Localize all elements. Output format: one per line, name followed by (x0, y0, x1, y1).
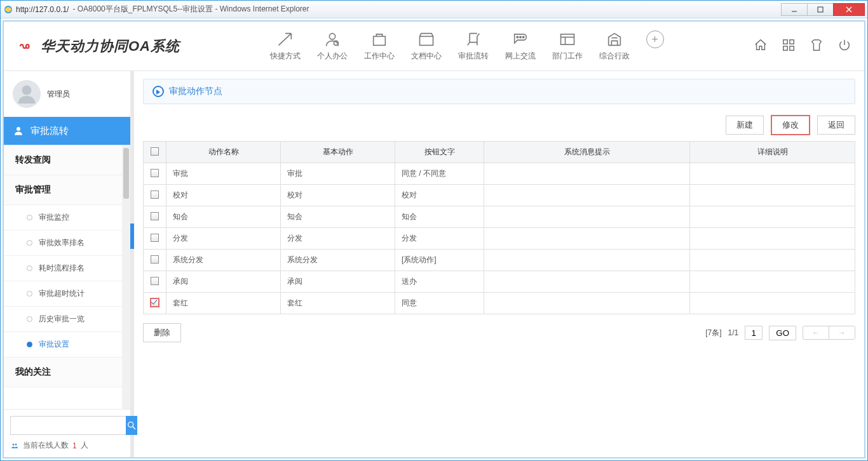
topnav-add[interactable]: + (646, 30, 664, 62)
new-button[interactable]: 新建 (726, 116, 764, 135)
table-row[interactable]: 审批审批同意 / 不同意 (144, 163, 855, 185)
topnav-item[interactable]: 部门工作 (552, 30, 583, 62)
sidebar-item[interactable]: 审批效率排名 (4, 230, 130, 256)
sidebar-scrollbar[interactable] (122, 145, 130, 409)
sidebar-item[interactable]: 历史审批一览 (4, 307, 130, 332)
cell-name: 系统分发 (166, 250, 281, 271)
cell-detail (690, 293, 855, 314)
minimize-button[interactable] (781, 3, 808, 16)
cell-detail (690, 271, 855, 293)
pager-prev[interactable]: ← (803, 326, 829, 339)
splitter-handle[interactable] (130, 224, 134, 249)
svg-rect-7 (373, 36, 385, 45)
panel-title: 审批动作节点 (143, 79, 855, 104)
table-row[interactable]: 分发分发分发 (144, 228, 855, 250)
cell-basic: 审批 (281, 163, 395, 185)
cell-btn: 校对 (395, 185, 484, 206)
row-checkbox[interactable] (151, 255, 159, 264)
delete-button[interactable]: 删除 (143, 323, 181, 342)
sidebar-group[interactable]: 审批管理 (4, 175, 130, 205)
apps-icon[interactable] (782, 38, 796, 54)
sidebar-group[interactable]: 我的关注 (4, 357, 130, 387)
cell-basic: 知会 (281, 206, 395, 228)
svg-point-9 (517, 36, 518, 37)
maximize-button[interactable] (807, 3, 834, 16)
svg-rect-8 (419, 36, 433, 45)
svg-point-10 (519, 36, 520, 37)
online-count: 当前在线人数 1人 (10, 440, 124, 451)
pager-page-input[interactable] (745, 326, 763, 340)
svg-point-11 (522, 36, 524, 37)
search-button[interactable] (126, 416, 137, 435)
pager-next[interactable]: → (829, 326, 855, 339)
table-row[interactable]: 套红套红同意 (144, 293, 855, 314)
logo-icon (17, 40, 36, 53)
people-icon (10, 442, 19, 450)
row-checkbox[interactable] (151, 298, 159, 307)
topnav-item[interactable]: 审批流转 (458, 30, 489, 62)
top-bar: 华天动力协同OA系统 快捷方式个人办公工作中心文档中心审批流转网上交流部门工作综… (4, 22, 864, 71)
cell-detail (690, 185, 855, 206)
cell-btn: 知会 (395, 206, 484, 228)
power-icon[interactable] (837, 38, 851, 54)
topnav-item[interactable]: 文档中心 (411, 30, 442, 62)
row-checkbox[interactable] (151, 212, 159, 220)
topnav-label: 部门工作 (552, 51, 583, 62)
action-bar: 新建 修改 返回 (143, 116, 855, 135)
table-row[interactable]: 系统分发系统分发[系统动作] (144, 250, 855, 271)
svg-point-20 (22, 86, 32, 95)
edit-button[interactable]: 修改 (771, 116, 810, 135)
sidebar-item[interactable]: 审批超时统计 (4, 281, 130, 307)
cell-btn: 同意 (395, 293, 484, 314)
svg-rect-19 (790, 46, 794, 50)
cell-sys (484, 271, 690, 293)
sidebar-item[interactable]: 审批设置 (4, 332, 130, 357)
select-all-checkbox[interactable] (151, 147, 159, 156)
data-table: 动作名称 基本动作 按钮文字 系统消息提示 详细说明 审批审批同意 / 不同意校… (143, 141, 855, 314)
back-button[interactable]: 返回 (817, 116, 855, 135)
table-row[interactable]: 知会知会知会 (144, 206, 855, 228)
pager-go-button[interactable]: GO (769, 326, 796, 340)
cell-basic: 校对 (281, 185, 395, 206)
row-checkbox[interactable] (151, 234, 159, 242)
skin-icon[interactable] (810, 38, 824, 54)
sidebar-item[interactable]: 审批监控 (4, 205, 130, 230)
table-row[interactable]: 承阅承阅送办 (144, 271, 855, 293)
brand-text: 华天动力协同OA系统 (41, 37, 180, 56)
search-input[interactable] (10, 416, 126, 435)
col-detail: 详细说明 (690, 142, 855, 163)
home-icon[interactable] (754, 38, 768, 54)
sidebar-group[interactable]: 转发查阅 (4, 145, 130, 175)
svg-point-22 (128, 422, 133, 427)
topnav-item[interactable]: 网上交流 (505, 30, 536, 62)
table-row[interactable]: 校对校对校对 (144, 185, 855, 206)
avatar (13, 80, 41, 108)
topnav-item[interactable]: 综合行政 (599, 30, 630, 62)
topnav-item[interactable]: 工作中心 (364, 30, 395, 62)
col-name: 动作名称 (166, 142, 281, 163)
sidebar-list: 转发查阅审批管理审批监控审批效率排名耗时流程排名审批超时统计历史审批一览审批设置… (4, 145, 130, 409)
address-url[interactable]: http://127.0.0.1/ (16, 5, 69, 14)
row-checkbox[interactable] (151, 277, 159, 285)
cell-name: 知会 (166, 206, 281, 228)
cell-detail (690, 250, 855, 271)
svg-rect-2 (818, 7, 823, 12)
cell-sys (484, 185, 690, 206)
user-name: 管理员 (47, 89, 70, 100)
topnav-label: 快捷方式 (270, 51, 301, 62)
pager-pages: 1/1 (728, 328, 739, 337)
topnav-item[interactable]: 快捷方式 (270, 30, 301, 62)
sidebar-header-label: 审批流转 (31, 125, 69, 137)
cell-sys (484, 250, 690, 271)
cell-name: 校对 (166, 185, 281, 206)
top-nav: 快捷方式个人办公工作中心文档中心审批流转网上交流部门工作综合行政+ (180, 30, 754, 62)
pager: [7条] 1/1 GO ← → (705, 326, 855, 340)
row-checkbox[interactable] (151, 169, 159, 177)
topnav-label: 个人办公 (317, 51, 348, 62)
topnav-item[interactable]: 个人办公 (317, 30, 348, 62)
cell-name: 承阅 (166, 271, 281, 293)
row-checkbox[interactable] (151, 190, 159, 199)
close-button[interactable] (833, 3, 865, 16)
cell-detail (690, 228, 855, 250)
sidebar-item[interactable]: 耗时流程排名 (4, 256, 130, 281)
